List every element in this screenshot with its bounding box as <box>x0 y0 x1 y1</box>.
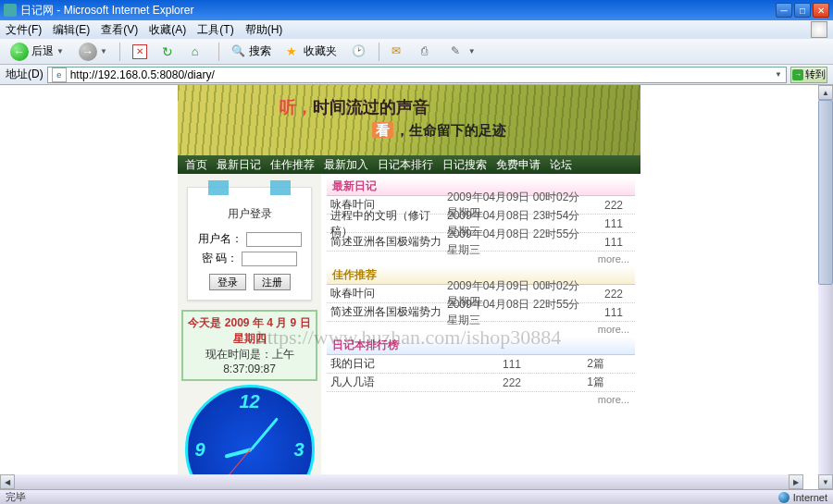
horizontal-scrollbar[interactable]: ◀ ▶ <box>0 474 803 489</box>
vertical-scrollbar[interactable]: ▲ ▼ <box>818 85 833 489</box>
diary-title: 简述亚洲各国极端势力 <box>327 234 447 250</box>
minute-hand <box>250 417 279 450</box>
nav-latest[interactable]: 最新日记 <box>217 157 261 173</box>
book-user: 222 <box>503 376 567 389</box>
banner: 听，时间流过的声音 看，生命留下的足迹 <box>178 85 640 155</box>
register-button[interactable]: 注册 <box>254 274 291 290</box>
book-count: 1篇 <box>567 375 604 390</box>
diary-date: 2009年04月08日 22时55分 星期三 <box>447 227 586 258</box>
book-user: 111 <box>503 358 567 371</box>
address-label: 地址(D) <box>6 67 44 82</box>
address-bar[interactable]: e ▼ <box>47 67 787 83</box>
book-count: 2篇 <box>567 356 604 372</box>
banner-tag: 看 <box>372 122 393 138</box>
tape-icon <box>270 180 291 195</box>
window-title: 日记网 - Microsoft Internet Explorer <box>20 3 193 18</box>
clock-9: 9 <box>195 439 205 461</box>
menu-edit[interactable]: 编辑(E) <box>53 22 90 38</box>
table-row[interactable]: 凡人几语2221篇 <box>327 374 635 392</box>
banner-line1a: 听， <box>280 98 313 117</box>
nav-best[interactable]: 佳作推荐 <box>270 157 315 173</box>
nav-newest[interactable]: 最新加入 <box>324 157 368 173</box>
scroll-left-icon[interactable]: ◀ <box>0 474 15 489</box>
url-input[interactable] <box>70 68 771 81</box>
refresh-button[interactable]: ↻ <box>157 42 181 62</box>
minimize-button[interactable]: ─ <box>776 3 792 18</box>
print-button[interactable]: ⎙ <box>416 42 441 62</box>
forward-icon: → <box>79 43 97 61</box>
home-button[interactable]: ⌂ <box>187 42 211 62</box>
password-input[interactable] <box>242 252 297 266</box>
diary-date: 2009年04月08日 22时55分 星期三 <box>447 297 586 328</box>
scroll-thumb[interactable] <box>818 100 833 285</box>
chevron-down-icon[interactable]: ▼ <box>775 70 782 79</box>
menu-file[interactable]: 文件(F) <box>6 22 42 38</box>
book-title: 凡人几语 <box>327 375 503 390</box>
chevron-down-icon: ▼ <box>100 47 107 55</box>
diary-user: 111 <box>586 217 623 230</box>
menu-view[interactable]: 查看(V) <box>101 22 138 38</box>
diary-user: 222 <box>586 288 623 301</box>
diary-user: 222 <box>586 199 623 212</box>
scroll-right-icon[interactable]: ▶ <box>789 474 803 489</box>
tape-icon <box>208 180 229 195</box>
edit-icon: ✎ <box>451 44 466 59</box>
clock-3: 3 <box>293 439 304 461</box>
current-time: 现在时间是：上午8:37:09:87 <box>187 347 312 375</box>
star-icon: ★ <box>286 44 301 59</box>
chevron-down-icon: ▼ <box>468 47 476 55</box>
menu-help[interactable]: 帮助(H) <box>245 22 283 38</box>
close-button[interactable]: ✕ <box>813 3 829 18</box>
diary-title: 简述亚洲各国极端势力 <box>327 304 447 320</box>
go-button[interactable]: → 转到 <box>790 67 827 83</box>
ie-logo-icon <box>811 21 827 38</box>
login-button[interactable]: 登录 <box>209 274 246 290</box>
back-icon: ← <box>10 43 29 61</box>
menu-favorites[interactable]: 收藏(A) <box>149 22 186 38</box>
more-link[interactable]: more... <box>327 392 635 407</box>
back-button[interactable]: ← 后退 ▼ <box>6 42 68 62</box>
mail-icon: ✉ <box>392 44 406 59</box>
edit-button[interactable]: ✎▼ <box>446 42 480 62</box>
section-rank-title: 日记本排行榜 <box>327 337 635 355</box>
mail-button[interactable]: ✉ <box>387 42 411 62</box>
table-row[interactable]: 我的日记1112篇 <box>327 355 635 374</box>
username-label: 用户名： <box>198 231 242 247</box>
banner-line1b: 时间流过的声音 <box>313 98 429 117</box>
menu-tools[interactable]: 工具(T) <box>197 22 233 38</box>
go-arrow-icon: → <box>792 69 803 80</box>
scroll-down-icon[interactable]: ▼ <box>818 474 833 489</box>
search-button[interactable]: 🔍搜索 <box>227 42 276 62</box>
scroll-up-icon[interactable]: ▲ <box>818 85 833 100</box>
print-icon: ⎙ <box>421 44 436 59</box>
app-icon <box>4 4 17 17</box>
username-input[interactable] <box>246 232 302 247</box>
diary-user: 111 <box>586 236 623 249</box>
nav-apply[interactable]: 免费申请 <box>496 157 541 173</box>
chevron-down-icon: ▼ <box>56 47 64 55</box>
nav-rank[interactable]: 日记本排行 <box>378 157 433 173</box>
table-row[interactable]: 简述亚洲各国极端势力2009年04月08日 22时55分 星期三111 <box>327 303 635 322</box>
search-label: 搜索 <box>249 43 271 59</box>
history-icon: 🕑 <box>352 44 367 59</box>
stop-button[interactable]: ✕ <box>128 42 152 62</box>
stop-icon: ✕ <box>132 44 147 59</box>
diary-title: 咏春叶问 <box>327 286 447 301</box>
page-icon: e <box>52 68 67 82</box>
diary-user: 111 <box>586 306 623 319</box>
table-row[interactable]: 简述亚洲各国极端势力2009年04月08日 22时55分 星期三111 <box>327 233 635 252</box>
nav-forum[interactable]: 论坛 <box>550 157 572 173</box>
forward-button[interactable]: → ▼ <box>74 42 112 62</box>
banner-line2: ，生命留下的足迹 <box>395 123 506 138</box>
nav-search[interactable]: 日记搜索 <box>442 157 487 173</box>
back-label: 后退 <box>31 43 54 59</box>
book-title: 我的日记 <box>327 356 503 372</box>
date-box: 今天是 2009 年 4 月 9 日星期四 现在时间是：上午8:37:09:87 <box>181 310 317 381</box>
search-icon: 🔍 <box>231 44 246 59</box>
history-button[interactable]: 🕑 <box>347 42 371 62</box>
favorites-button[interactable]: ★收藏夹 <box>281 42 342 62</box>
maximize-button[interactable]: □ <box>794 3 811 18</box>
login-title: 用户登录 <box>188 206 311 222</box>
clock-12: 12 <box>239 391 259 412</box>
nav-home[interactable]: 首页 <box>185 157 207 173</box>
